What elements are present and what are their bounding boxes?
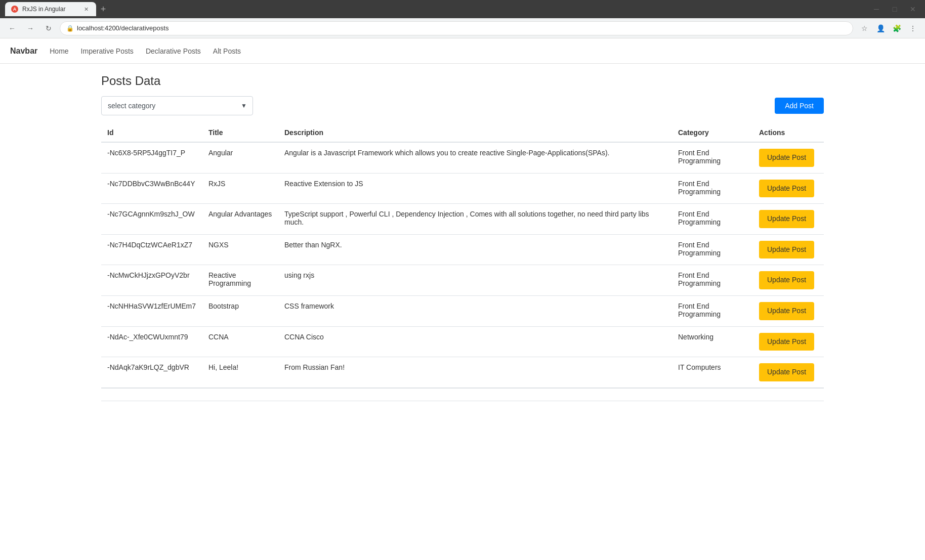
cell-category: Front End Programming [672,173,753,204]
browser-titlebar: A RxJS in Angular ✕ + ─ □ ✕ [0,0,925,18]
browser-toolbar: ← → ↻ 🔒 localhost:4200/declarativeposts … [0,18,925,38]
cell-title: NGXS [202,234,278,265]
table-header-row: Id Title Description Category Actions [101,123,824,142]
navbar-link-alt-posts[interactable]: Alt Posts [213,47,241,55]
cell-description: using rxjs [278,265,672,296]
table-footer [101,388,824,401]
add-post-button[interactable]: Add Post [775,98,824,114]
table-row: -NcMwCkHJjzxGPOyV2brReactive Programming… [101,265,824,296]
cell-actions: Update Post [753,173,824,204]
update-post-button[interactable]: Update Post [759,333,814,351]
posts-table: Id Title Description Category Actions -N… [101,123,824,401]
tab-close-button[interactable]: ✕ [82,5,90,13]
cell-description: Angular is a Javascript Framework which … [278,142,672,173]
category-select[interactable]: select category Front End Programming Ne… [101,96,253,115]
new-tab-button[interactable]: + [96,2,110,16]
update-post-button[interactable]: Update Post [759,180,814,198]
table-row: -NdAc-_Xfe0CWUxmnt79CCNACCNA CiscoNetwor… [101,326,824,357]
cell-id: -NdAc-_Xfe0CWUxmnt79 [101,326,202,357]
back-button[interactable]: ← [5,21,19,35]
cell-category: Front End Programming [672,204,753,235]
forward-button[interactable]: → [23,21,37,35]
navbar-link-imperative-posts[interactable]: Imperative Posts [81,47,134,55]
cell-description: CCNA Cisco [278,326,672,357]
lock-icon: 🔒 [66,25,74,32]
column-header-id: Id [101,123,202,142]
cell-actions: Update Post [753,204,824,235]
cell-title: Angular Advantages [202,204,278,235]
table-row: -Nc7H4DqCtzWCAeR1xZ7NGXSBetter than NgRX… [101,234,824,265]
cell-title: Hi, Leela! [202,357,278,388]
update-post-button[interactable]: Update Post [759,363,814,381]
browser-tab[interactable]: A RxJS in Angular ✕ [5,2,96,16]
cell-id: -Nc7H4DqCtzWCAeR1xZ7 [101,234,202,265]
top-bar: select category Front End Programming Ne… [101,96,824,115]
column-header-actions: Actions [753,123,824,142]
cell-actions: Update Post [753,326,824,357]
tab-title: RxJS in Angular [22,6,65,13]
cell-actions: Update Post [753,142,824,173]
navbar: Navbar Home Imperative Posts Declarative… [0,38,925,64]
column-header-category: Category [672,123,753,142]
page-title: Posts Data [101,74,824,88]
update-post-button[interactable]: Update Post [759,241,814,259]
cell-category: Front End Programming [672,142,753,173]
column-header-description: Description [278,123,672,142]
extensions-icon[interactable]: 🧩 [890,21,904,35]
navbar-brand: Navbar [10,47,37,56]
cell-title: RxJS [202,173,278,204]
main-content: Posts Data select category Front End Pro… [0,64,925,560]
cell-id: -Nc7GCAgnnKm9szhJ_OW [101,204,202,235]
cell-category: Front End Programming [672,265,753,296]
table-row: -NcNHHaSVW1zfErUMEm7BootstrapCSS framewo… [101,295,824,326]
address-url: localhost:4200/declarativeposts [77,24,169,32]
browser-toolbar-actions: ☆ 👤 🧩 ⋮ [857,21,920,35]
cell-title: CCNA [202,326,278,357]
settings-icon[interactable]: ⋮ [906,21,920,35]
table-row: -Nc7DDBbvC3WwBnBc44YRxJSReactive Extensi… [101,173,824,204]
update-post-button[interactable]: Update Post [759,271,814,289]
close-window-button[interactable]: ✕ [906,2,920,16]
cell-category: Networking [672,326,753,357]
update-post-button[interactable]: Update Post [759,302,814,320]
cell-title: Bootstrap [202,295,278,326]
bookmark-icon[interactable]: ☆ [857,21,871,35]
cell-id: -NcMwCkHJjzxGPOyV2br [101,265,202,296]
cell-description: Better than NgRX. [278,234,672,265]
update-post-button[interactable]: Update Post [759,149,814,167]
minimize-button[interactable]: ─ [869,2,884,16]
cell-description: CSS framework [278,295,672,326]
profile-icon[interactable]: 👤 [873,21,888,35]
cell-category: Front End Programming [672,234,753,265]
cell-category: Front End Programming [672,295,753,326]
maximize-button[interactable]: □ [888,2,902,16]
navbar-link-home[interactable]: Home [50,47,68,55]
address-bar[interactable]: 🔒 localhost:4200/declarativeposts [60,21,853,35]
navbar-link-declarative-posts[interactable]: Declarative Posts [146,47,201,55]
cell-actions: Update Post [753,234,824,265]
cell-actions: Update Post [753,265,824,296]
table-row: -Nc6X8-5RP5J4ggTI7_PAngularAngular is a … [101,142,824,173]
column-header-title: Title [202,123,278,142]
cell-id: -NdAqk7aK9rLQZ_dgbVR [101,357,202,388]
category-select-wrapper: select category Front End Programming Ne… [101,96,253,115]
cell-title: Reactive Programming [202,265,278,296]
update-post-button[interactable]: Update Post [759,210,814,228]
cell-id: -Nc6X8-5RP5J4ggTI7_P [101,142,202,173]
cell-category: IT Computers [672,357,753,388]
browser-chrome: A RxJS in Angular ✕ + ─ □ ✕ ← → ↻ 🔒 loca… [0,0,925,38]
tab-favicon: A [11,6,18,13]
cell-id: -Nc7DDBbvC3WwBnBc44Y [101,173,202,204]
cell-description: From Russian Fan! [278,357,672,388]
cell-description: TypeScript support , Powerful CLI , Depe… [278,204,672,235]
cell-id: -NcNHHaSVW1zfErUMEm7 [101,295,202,326]
table-row: -NdAqk7aK9rLQZ_dgbVRHi, Leela!From Russi… [101,357,824,388]
cell-actions: Update Post [753,357,824,388]
refresh-button[interactable]: ↻ [41,21,56,35]
cell-description: Reactive Extension to JS [278,173,672,204]
cell-title: Angular [202,142,278,173]
cell-actions: Update Post [753,295,824,326]
table-row: -Nc7GCAgnnKm9szhJ_OWAngular AdvantagesTy… [101,204,824,235]
